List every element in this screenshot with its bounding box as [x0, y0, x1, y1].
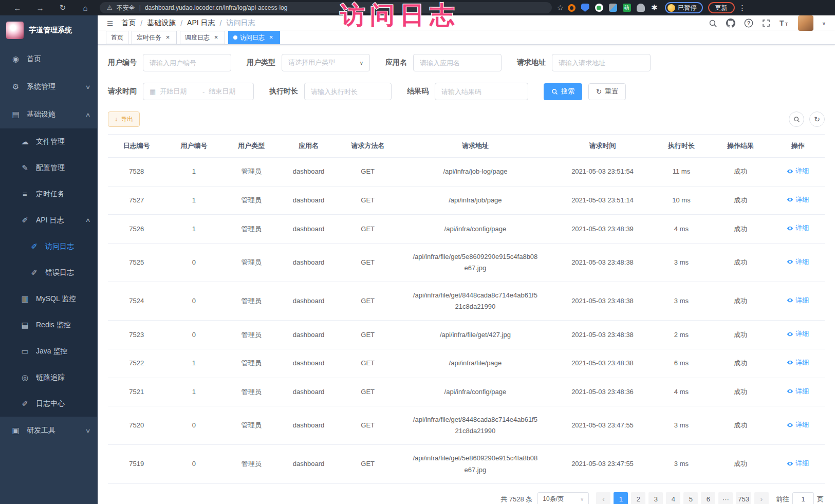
- more-pages-icon[interactable]: ···: [718, 492, 733, 504]
- page-button[interactable]: 1: [614, 492, 628, 504]
- detail-label: 详细: [795, 222, 809, 234]
- sidebar-item-api-log[interactable]: ✐ API 日志 ∧: [0, 207, 97, 233]
- edit-icon: ✎: [21, 163, 29, 173]
- breadcrumb-item[interactable]: API 日志: [187, 18, 215, 28]
- page-size-select[interactable]: 10条/页 ∨: [537, 492, 589, 504]
- help-icon[interactable]: ?: [744, 18, 753, 28]
- github-icon[interactable]: [726, 18, 735, 28]
- detail-link[interactable]: 详细: [787, 222, 809, 234]
- sidebar-item-redis-monitor[interactable]: ▤ Redis 监控: [0, 312, 97, 338]
- eye-icon: [787, 297, 793, 304]
- browser-home-icon[interactable]: ⌂: [74, 4, 97, 12]
- cell-request-url: /api/infra/file/get/427.jpg: [398, 321, 552, 349]
- app-name-input[interactable]: [413, 54, 502, 71]
- user-avatar[interactable]: [798, 15, 813, 31]
- app-logo-row[interactable]: 芋道管理系统: [0, 15, 97, 45]
- search-button[interactable]: 搜索: [544, 83, 582, 100]
- sidebar-item-mysql-monitor[interactable]: ▥ MySQL 监控: [0, 286, 97, 312]
- address-bar[interactable]: ⚠ 不安全 | dashboard.yudao.iocoder.cn/infra…: [100, 2, 552, 13]
- sidebar-item-java-monitor[interactable]: ▭ Java 监控: [0, 338, 97, 364]
- detail-link[interactable]: 详细: [787, 295, 809, 306]
- user-type-select[interactable]: 请选择用户类型 ∨: [282, 54, 370, 71]
- browser-reload-icon[interactable]: ↻: [51, 3, 74, 12]
- breadcrumb-item[interactable]: 基础设施: [147, 18, 176, 28]
- extension-ghost-icon[interactable]: [637, 4, 645, 12]
- page-button[interactable]: 5: [683, 492, 698, 504]
- detail-link[interactable]: 详细: [787, 386, 809, 397]
- detail-link[interactable]: 详细: [787, 328, 809, 340]
- page-button[interactable]: 6: [701, 492, 715, 504]
- page-button[interactable]: 2: [631, 492, 645, 504]
- avatar-caret-icon[interactable]: ∨: [822, 21, 826, 26]
- bookmark-star-icon[interactable]: ☆: [557, 4, 564, 12]
- sidebar-item-system[interactable]: ⚙ 系统管理 ∨: [0, 73, 97, 101]
- result-code-input[interactable]: [435, 83, 528, 100]
- page-button[interactable]: 753: [736, 492, 751, 504]
- cell-user-type: 管理员: [222, 215, 280, 244]
- browser-back-icon[interactable]: ←: [6, 4, 29, 12]
- extensions-puzzle-icon[interactable]: ✱: [651, 4, 659, 12]
- sidebar-item-file-manage[interactable]: ☁ 文件管理: [0, 128, 97, 155]
- hamburger-icon[interactable]: ≡: [107, 18, 113, 29]
- sidebar-item-scheduled-job[interactable]: ≡ 定时任务: [0, 181, 97, 207]
- cell-request-time: 2021-05-03 23:51:54: [552, 158, 653, 186]
- tags-view-item[interactable]: 首页: [106, 31, 128, 44]
- goto-page-input[interactable]: [792, 492, 814, 504]
- paused-badge[interactable]: 已暂停: [665, 2, 703, 13]
- browser-forward-icon[interactable]: →: [29, 4, 51, 12]
- fullscreen-icon[interactable]: [762, 19, 770, 27]
- sidebar-item-infra[interactable]: ▤ 基础设施 ∧: [0, 101, 97, 128]
- close-icon[interactable]: ×: [164, 34, 172, 42]
- tags-view-item[interactable]: 定时任务×: [132, 31, 177, 44]
- sidebar-item-error-log[interactable]: ✐ 错误日志: [0, 259, 97, 286]
- header-search-icon[interactable]: [709, 19, 717, 28]
- extension-grid-icon[interactable]: [609, 4, 617, 12]
- tags-view-item[interactable]: 访问日志×: [228, 31, 280, 44]
- chevron-down-icon: ∨: [580, 496, 584, 502]
- breadcrumb-item[interactable]: 首页: [121, 18, 136, 28]
- filter-row-1: 用户编号 用户类型 请选择用户类型 ∨ 应用名 请求地址: [108, 54, 825, 71]
- date-range-picker[interactable]: ▦ 开始日期 - 结束日期: [143, 83, 254, 100]
- sidebar-item-devtool[interactable]: ▣ 研发工具 ∨: [0, 417, 97, 444]
- tags-view-item[interactable]: 调度日志×: [180, 31, 225, 44]
- duration-input[interactable]: [304, 83, 392, 100]
- extension-shield-icon[interactable]: [581, 4, 589, 12]
- sidebar-item-config-manage[interactable]: ✎ 配置管理: [0, 155, 97, 181]
- cell-app-name: dashboard: [280, 282, 338, 321]
- cell-request-url: /api/infra/config/page: [398, 215, 552, 244]
- detail-link[interactable]: 详细: [787, 194, 809, 206]
- sidebar-item-home[interactable]: ◉ 首页: [0, 45, 97, 73]
- cell-actions: 详细: [771, 321, 825, 349]
- detail-link[interactable]: 详细: [787, 256, 809, 268]
- page-button[interactable]: 4: [666, 492, 680, 504]
- sidebar-item-trace[interactable]: ◎ 链路追踪: [0, 364, 97, 390]
- sidebar-item-log-center[interactable]: ✐ 日志中心: [0, 390, 97, 417]
- request-url-input[interactable]: [552, 54, 651, 71]
- browser-menu-icon[interactable]: ⋮: [739, 4, 746, 12]
- extension-donut-icon[interactable]: [568, 4, 576, 12]
- detail-link[interactable]: 详细: [787, 357, 809, 368]
- extension-green-icon[interactable]: [595, 4, 603, 12]
- toggle-search-button[interactable]: [789, 111, 804, 127]
- navbar-actions: ? TT ∨: [709, 15, 826, 31]
- detail-link[interactable]: 详细: [787, 419, 809, 431]
- filter-user-id: 用户编号: [108, 54, 231, 71]
- detail-link[interactable]: 详细: [787, 458, 809, 469]
- page-button[interactable]: 3: [648, 492, 663, 504]
- font-size-icon[interactable]: TT: [779, 19, 789, 27]
- next-page-button[interactable]: ›: [754, 492, 769, 504]
- export-button[interactable]: ↓ 导出: [108, 111, 140, 127]
- close-icon[interactable]: ×: [212, 34, 220, 42]
- reset-button[interactable]: ↻ 重置: [588, 83, 626, 100]
- refresh-table-button[interactable]: ↻: [809, 111, 825, 127]
- app-title: 芋道管理系统: [29, 26, 72, 35]
- eye-icon: ◎: [21, 373, 29, 382]
- user-id-input[interactable]: [143, 54, 231, 71]
- prev-page-button[interactable]: ‹: [596, 492, 610, 504]
- cell-result: 成功: [710, 445, 771, 483]
- extension-cn-icon[interactable]: 萌: [623, 4, 631, 12]
- detail-link[interactable]: 详细: [787, 165, 809, 177]
- close-icon[interactable]: ×: [267, 34, 275, 42]
- sidebar-item-access-log[interactable]: ✐ 访问日志: [0, 233, 97, 259]
- browser-update-button[interactable]: 更新: [708, 2, 735, 13]
